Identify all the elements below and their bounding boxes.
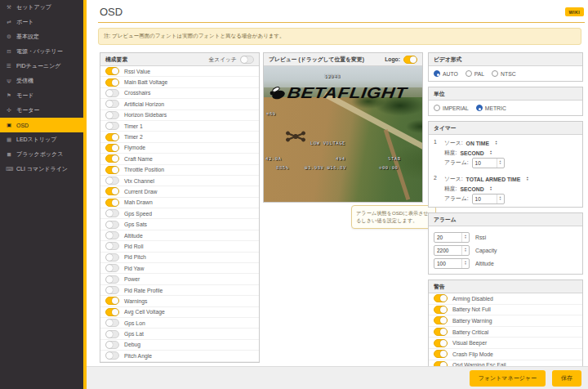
warning-toggle[interactable] (434, 328, 448, 336)
alarm-value[interactable]: 20 (434, 233, 461, 242)
spinner-icon[interactable] (497, 159, 504, 168)
element-toggle[interactable] (105, 297, 119, 305)
element-toggle[interactable] (105, 351, 119, 360)
element-toggle[interactable] (105, 330, 119, 338)
save-button[interactable]: 保存 (552, 370, 581, 387)
element-toggle[interactable] (105, 209, 119, 217)
all-switch-label: 全スイッチ (208, 56, 237, 64)
timer-source-select[interactable]: ON TIME (466, 141, 489, 146)
spinner-icon[interactable] (461, 259, 469, 268)
sidebar-item[interactable]: ⇄ ポート (0, 15, 83, 29)
sidebar-item[interactable]: ⚙ 基本設定 (0, 29, 83, 44)
radio-icon[interactable] (434, 70, 440, 77)
element-toggle[interactable] (105, 78, 119, 87)
timer-precision-select[interactable]: SECOND (460, 186, 483, 192)
elements-panel-title: 構成要素 (105, 56, 127, 64)
element-toggle[interactable] (105, 67, 119, 75)
warning-toggle[interactable] (434, 339, 448, 347)
select-arrows-icon[interactable] (495, 141, 497, 145)
element-toggle[interactable] (105, 231, 119, 239)
element-toggle[interactable] (105, 166, 119, 174)
wiki-button[interactable]: WIKI (565, 7, 584, 16)
radio-icon[interactable] (492, 70, 498, 77)
osd-preview[interactable]: BETAFLIGHT 12043 ⇈69 LOW VOLTAGE 42.0A 4… (264, 66, 422, 202)
sidebar-item[interactable]: ⚑ モード (0, 88, 83, 103)
warning-toggle[interactable] (434, 316, 448, 324)
sidebar-item[interactable]: Ψ 受信機 (0, 74, 83, 88)
alarm-input[interactable]: 100 (434, 258, 470, 269)
element-toggle[interactable] (105, 242, 119, 250)
element-toggle[interactable] (105, 187, 119, 195)
element-toggle[interactable] (105, 275, 119, 284)
radio-icon[interactable] (466, 70, 472, 77)
sidebar-item[interactable]: ⌨ CLI コマンドライン (0, 162, 83, 177)
osd-element[interactable]: 885% (276, 165, 289, 170)
element-toggle[interactable] (105, 253, 119, 262)
sidebar-item[interactable]: ⊟ 電源・バッテリー (0, 44, 83, 59)
spinner-icon[interactable] (497, 194, 504, 203)
warning-toggle[interactable] (434, 294, 448, 302)
spinner-icon[interactable] (461, 246, 469, 255)
osd-element[interactable]: STAB (388, 156, 401, 161)
element-toggle[interactable] (105, 286, 119, 294)
element-toggle[interactable] (105, 319, 119, 327)
sidebar-item-label: OSD (16, 123, 29, 128)
element-toggle[interactable] (105, 221, 119, 229)
warning-row: Crash Flip Mode (429, 349, 582, 360)
select-arrows-icon[interactable] (526, 177, 528, 181)
timer-source-select[interactable]: TOTAL ARMED TIME (466, 177, 521, 182)
element-toggle[interactable] (105, 199, 119, 207)
spinner-icon[interactable] (461, 233, 469, 242)
element-toggle[interactable] (105, 308, 119, 316)
video-format-header: ビデオ形式 (429, 53, 582, 66)
video-format-option[interactable]: AUTO (434, 70, 458, 77)
radio-icon[interactable] (434, 105, 440, 111)
sidebar-item[interactable]: ◼ ブラックボックス (0, 147, 83, 162)
element-toggle[interactable] (105, 89, 119, 97)
osd-element[interactable]: ⊙00:00 (379, 165, 398, 170)
alarm-input[interactable]: 20 (434, 232, 470, 243)
element-toggle[interactable] (105, 154, 119, 163)
video-format-option[interactable]: PAL (466, 70, 484, 77)
alarm-input[interactable]: 2200 (434, 245, 470, 256)
alarm-value[interactable]: 2200 (434, 246, 461, 255)
font-manager-button[interactable]: フォントマネージャー (470, 370, 546, 387)
element-toggle[interactable] (105, 111, 119, 119)
sidebar-item[interactable]: ⚒ セットアップ (0, 0, 83, 15)
timer-alarm-value[interactable]: 10 (473, 194, 497, 203)
timer-alarm-value[interactable]: 10 (473, 159, 497, 168)
select-arrows-icon[interactable] (490, 150, 492, 155)
warning-toggle[interactable] (434, 350, 448, 358)
sidebar-item[interactable]: ▣ OSD (0, 118, 83, 132)
select-arrows-icon[interactable] (490, 186, 492, 191)
units-option[interactable]: METRIC (476, 105, 506, 111)
radio-icon[interactable] (476, 105, 483, 111)
osd-element[interactable]: ⇈69 (266, 111, 276, 116)
alarm-value[interactable]: 100 (434, 259, 461, 268)
warning-toggle[interactable] (434, 306, 448, 314)
sidebar-item[interactable]: ▦ LEDストリップ (0, 132, 83, 147)
units-option[interactable]: IMPERIAL (434, 105, 469, 111)
element-toggle[interactable] (105, 122, 119, 130)
logo-toggle[interactable] (403, 56, 417, 64)
osd-element[interactable]: 42.0A (265, 156, 282, 161)
video-format-option[interactable]: NTSC (492, 70, 516, 77)
timer-alarm-input[interactable]: 10 (472, 194, 505, 204)
osd-element[interactable]: ⊟3.98V ⊟16.8V (305, 165, 346, 170)
timer-alarm-input[interactable]: 10 (472, 158, 505, 168)
osd-element[interactable]: 494 (336, 156, 345, 161)
element-toggle[interactable] (105, 177, 119, 185)
osd-element[interactable]: LOW VOLTAGE (310, 141, 345, 145)
element-toggle[interactable] (105, 341, 119, 349)
sidebar-item[interactable]: ☰ PIDチューニング (0, 59, 83, 74)
element-toggle[interactable] (105, 133, 119, 141)
warnings-panel: 警告 Arming Disabled Battery Not Full (428, 279, 583, 372)
sidebar-item[interactable]: ✣ モーター (0, 103, 83, 118)
osd-element[interactable]: 12043 (324, 74, 341, 78)
element-toggle[interactable] (105, 100, 119, 108)
all-switch-toggle[interactable] (240, 56, 254, 64)
timer-precision-select[interactable]: SECOND (460, 150, 483, 156)
element-toggle[interactable] (105, 264, 119, 272)
element-toggle[interactable] (105, 144, 119, 152)
timers-header: タイマー (429, 122, 582, 135)
